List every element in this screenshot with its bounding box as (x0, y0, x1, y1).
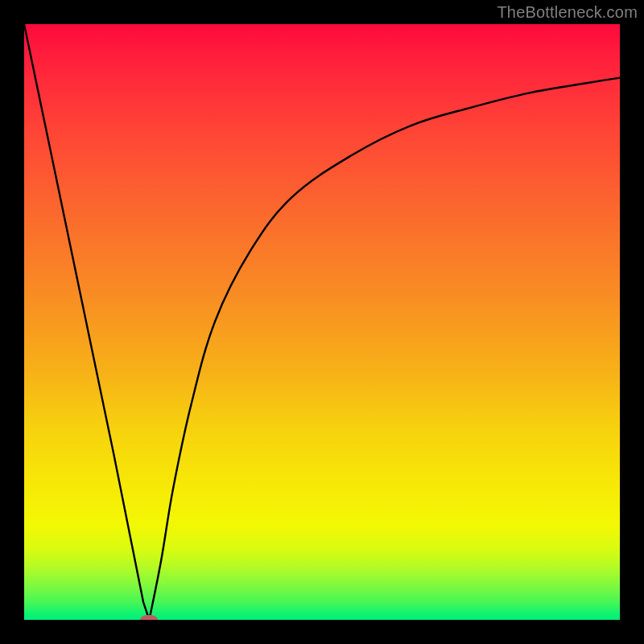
watermark-text: TheBottleneck.com (497, 3, 638, 22)
chart-frame: TheBottleneck.com (0, 0, 644, 644)
bottleneck-curve (24, 24, 620, 620)
plot-area (24, 24, 620, 620)
balance-point-marker (140, 615, 158, 620)
